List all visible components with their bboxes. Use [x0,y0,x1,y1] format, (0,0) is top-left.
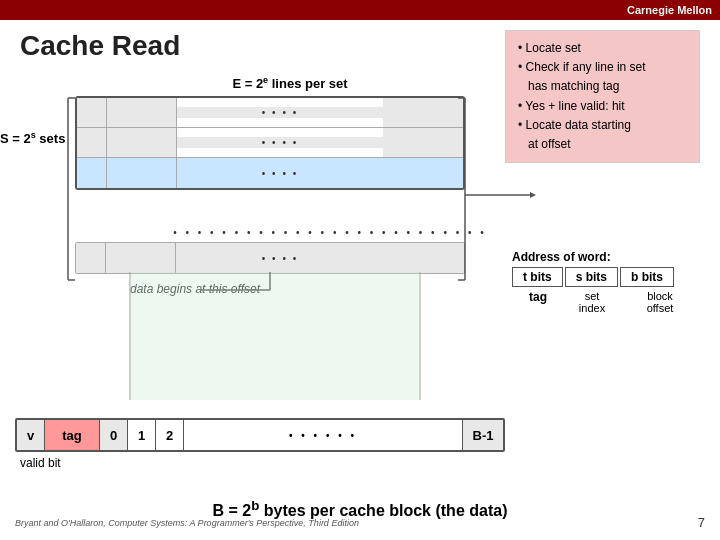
lc-1: 1 [128,420,156,450]
info-line-6: at offset [518,135,687,154]
cell-v-4 [76,243,106,273]
lc-b1: B-1 [463,420,503,450]
b-label: B = 2b bytes per cache block (the data) [213,498,508,520]
addr-bits-row: t bits s bits b bits [512,267,700,287]
cache-row-4: • • • • [75,242,465,274]
set-index-label: set index [566,290,618,314]
main-content: Cache Read • Locate set • Check if any l… [0,20,720,540]
cell-tag-2 [107,128,177,157]
brand-label: Carnegie Mellon [627,4,712,16]
cell-tag-4 [106,243,176,273]
info-line-4: • Yes + line valid: hit [518,97,687,116]
lc-0: 0 [100,420,128,450]
cell-data-2 [383,128,463,157]
info-box: • Locate set • Check if any line in set … [505,30,700,163]
addr-labels-row: tag set index block offset [512,290,700,314]
t-bits-cell: t bits [512,267,563,287]
lc-tag: tag [45,420,100,450]
info-line-2: • Check if any line in set [518,58,687,77]
valid-label: valid bit [20,456,505,470]
s-bits-cell: s bits [565,267,618,287]
footer-row: Bryant and O'Hallaron, Computer Systems:… [15,515,705,530]
header-bar: Carnegie Mellon [0,0,720,20]
cell-data-1 [383,98,463,127]
offset-label: data begins at this offset [130,282,260,296]
tag-label: tag [512,290,564,314]
cell-dots-1: • • • • [177,107,383,118]
lc-2: 2 [156,420,184,450]
diagram-area: E = 2e lines per set • • • • • • • • [15,75,505,190]
cache-row-1: • • • • [77,98,463,128]
cache-row-3: • • • • [77,158,463,188]
e-label: E = 2e lines per set [75,75,505,91]
cell-v-3 [77,158,107,188]
s-label: S = 2s sets [0,130,65,146]
info-line-5: • Locate data starting [518,116,687,135]
svg-marker-7 [530,192,536,198]
cache-table: • • • • • • • • • • • • [75,96,465,190]
address-box: Address of word: t bits s bits b bits ta… [512,250,700,314]
info-line-3: has matching tag [518,77,687,96]
cell-tag-1 [107,98,177,127]
vert-dots-row: • • • • • • • • • • • • • • • • • • • • … [135,225,525,240]
cell-tag-3 [107,158,177,188]
cell-dots-2: • • • • [177,137,383,148]
lc-dots: • • • • • • [184,420,463,450]
page-number: 7 [698,515,705,530]
bottom-line-area: v tag 0 1 2 • • • • • • B-1 valid bit [15,418,505,470]
cell-data-4 [384,243,464,273]
cell-data-3 [383,158,463,188]
cell-v-2 [77,128,107,157]
cell-v-1 [77,98,107,127]
info-line-1: • Locate set [518,39,687,58]
address-title: Address of word: [512,250,700,264]
cache-line-row: v tag 0 1 2 • • • • • • B-1 [15,418,505,452]
lc-v: v [17,420,45,450]
cell-dots-3: • • • • [177,168,383,179]
block-offset-label: block offset [620,290,700,314]
b-bits-cell: b bits [620,267,674,287]
cell-dots-4: • • • • [176,243,384,273]
cache-row-2: • • • • [77,128,463,158]
